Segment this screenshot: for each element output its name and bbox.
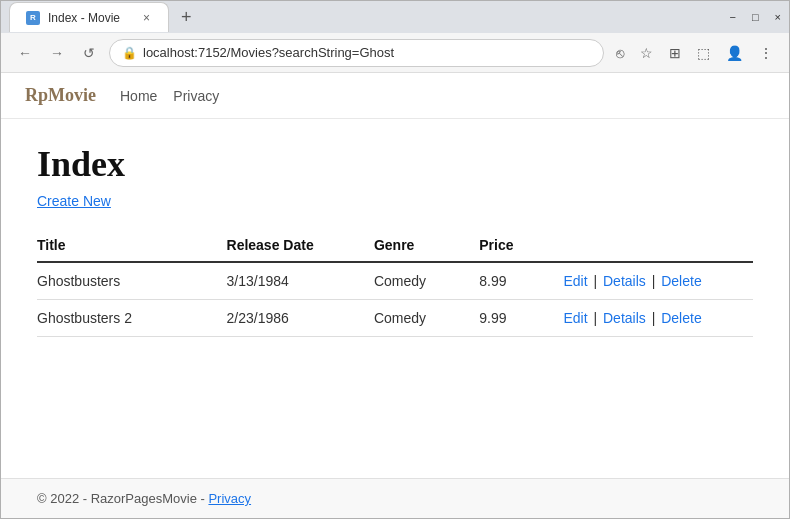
delete-link[interactable]: Delete (661, 310, 701, 326)
address-text: localhost:7152/Movies?searchString=Ghost (143, 45, 591, 60)
cell-actions: Edit | Details | Delete (563, 262, 753, 300)
cell-genre: Comedy (374, 300, 479, 337)
title-bar: R Index - Movie × + − □ × (1, 1, 789, 33)
delete-link[interactable]: Delete (661, 273, 701, 289)
tabs-area: R Index - Movie × + (9, 2, 200, 32)
header-actions (563, 229, 753, 262)
separator-2: | (652, 310, 660, 326)
separator-1: | (593, 273, 601, 289)
extension-icon[interactable]: ⊞ (665, 41, 685, 65)
separator-1: | (593, 310, 601, 326)
header-title: Title (37, 229, 227, 262)
edit-link[interactable]: Edit (563, 273, 587, 289)
header-row: Title Release Date Genre Price (37, 229, 753, 262)
brand-movie: Movie (48, 85, 96, 105)
site-brand: RpMovie (25, 85, 96, 106)
menu-icon[interactable]: ⋮ (755, 41, 777, 65)
main-content: Index Create New Title Release Date Genr… (1, 119, 789, 478)
profile-icon[interactable]: 👤 (722, 41, 747, 65)
details-link[interactable]: Details (603, 310, 646, 326)
header-release-date: Release Date (227, 229, 374, 262)
forward-button[interactable]: → (45, 41, 69, 65)
maximize-button[interactable]: □ (752, 11, 759, 23)
nav-bar: ← → ↺ 🔒 localhost:7152/Movies?searchStri… (1, 33, 789, 73)
cell-actions: Edit | Details | Delete (563, 300, 753, 337)
cell-title: Ghostbusters 2 (37, 300, 227, 337)
site-footer: © 2022 - RazorPagesMovie - Privacy (1, 478, 789, 518)
new-tab-button[interactable]: + (173, 3, 200, 32)
create-new-link[interactable]: Create New (37, 193, 111, 209)
footer-privacy-link[interactable]: Privacy (208, 491, 251, 506)
page-content: RpMovie Home Privacy Index Create New Ti… (1, 73, 789, 518)
table-row: Ghostbusters 3/13/1984 Comedy 8.99 Edit … (37, 262, 753, 300)
nav-privacy[interactable]: Privacy (173, 88, 219, 104)
site-header: RpMovie Home Privacy (1, 73, 789, 119)
cell-price: 8.99 (479, 262, 563, 300)
site-nav: Home Privacy (120, 88, 219, 104)
movies-table: Title Release Date Genre Price Ghostbust… (37, 229, 753, 337)
refresh-button[interactable]: ↺ (77, 41, 101, 65)
cell-release-date: 2/23/1986 (227, 300, 374, 337)
cell-title: Ghostbusters (37, 262, 227, 300)
table-header: Title Release Date Genre Price (37, 229, 753, 262)
table-body: Ghostbusters 3/13/1984 Comedy 8.99 Edit … (37, 262, 753, 337)
tab-favicon: R (26, 11, 40, 25)
tab-close-button[interactable]: × (141, 11, 152, 25)
footer-copyright: © 2022 - RazorPagesMovie - (37, 491, 208, 506)
back-button[interactable]: ← (13, 41, 37, 65)
tab-title: Index - Movie (48, 11, 120, 25)
nav-home[interactable]: Home (120, 88, 157, 104)
edit-link[interactable]: Edit (563, 310, 587, 326)
active-tab[interactable]: R Index - Movie × (9, 2, 169, 32)
separator-2: | (652, 273, 660, 289)
lock-icon: 🔒 (122, 46, 137, 60)
table-row: Ghostbusters 2 2/23/1986 Comedy 9.99 Edi… (37, 300, 753, 337)
details-link[interactable]: Details (603, 273, 646, 289)
window-controls: − □ × (729, 11, 781, 23)
cast-icon[interactable]: ⬚ (693, 41, 714, 65)
cell-price: 9.99 (479, 300, 563, 337)
header-genre: Genre (374, 229, 479, 262)
cell-release-date: 3/13/1984 (227, 262, 374, 300)
share-icon[interactable]: ⎋ (612, 41, 628, 65)
cell-genre: Comedy (374, 262, 479, 300)
header-price: Price (479, 229, 563, 262)
browser-window: R Index - Movie × + − □ × ← → ↺ 🔒 localh… (0, 0, 790, 519)
brand-rp: Rp (25, 85, 48, 105)
minimize-button[interactable]: − (729, 11, 735, 23)
address-bar[interactable]: 🔒 localhost:7152/Movies?searchString=Gho… (109, 39, 604, 67)
page-title: Index (37, 143, 753, 185)
star-icon[interactable]: ☆ (636, 41, 657, 65)
close-window-button[interactable]: × (775, 11, 781, 23)
nav-actions: ⎋ ☆ ⊞ ⬚ 👤 ⋮ (612, 41, 777, 65)
